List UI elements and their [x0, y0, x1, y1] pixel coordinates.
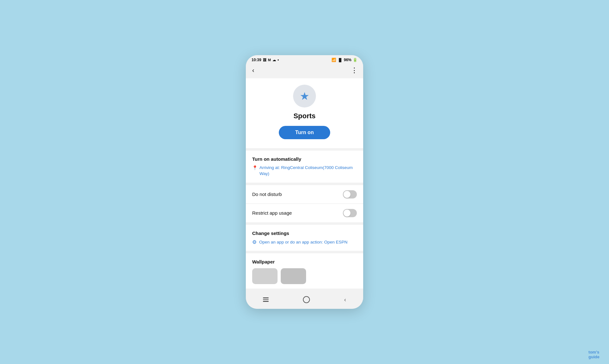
phone-frame: 10:39 🖼 M ☁ • 📶 ▐▌ 96% 🔋 ‹ ⋮ ★: [246, 55, 363, 309]
bottom-nav: ‹: [246, 292, 363, 309]
app-action-text: Open an app or do an app action: Open ES…: [259, 240, 347, 244]
star-icon: ★: [300, 90, 309, 102]
restrict-app-usage-toggle[interactable]: [343, 209, 357, 217]
turn-on-button[interactable]: Turn on: [279, 126, 330, 139]
change-settings-card: Change settings ⚙ Open an app or do an a…: [246, 225, 363, 251]
turn-on-automatically-card: Turn on automatically 📍 Arriving at: Rin…: [246, 151, 363, 183]
wallpaper-title: Wallpaper: [252, 259, 357, 264]
home-button[interactable]: [297, 295, 316, 304]
do-not-disturb-label: Do not disturb: [252, 192, 282, 197]
back-button[interactable]: ‹: [251, 65, 256, 75]
recent-apps-button[interactable]: [257, 296, 275, 303]
signal-icon: ▐▌: [337, 58, 343, 62]
status-right: 📶 ▐▌ 96% 🔋: [331, 58, 357, 62]
recent-apps-icon: [263, 297, 269, 302]
change-settings-title: Change settings: [252, 231, 357, 236]
wallpaper-card: Wallpaper: [246, 253, 363, 289]
wifi-icon: 📶: [331, 58, 336, 62]
wallpaper-thumb-2[interactable]: [281, 268, 306, 284]
location-icon: 📍: [252, 165, 258, 170]
back-nav-icon: ‹: [344, 296, 346, 303]
restrict-app-usage-row: Restrict app usage: [246, 204, 363, 222]
top-nav: ‹ ⋮: [246, 63, 363, 78]
toggle-section: Do not disturb Restrict app usage: [246, 185, 363, 222]
wallpaper-previews: [252, 268, 357, 284]
restrict-app-usage-label: Restrict app usage: [252, 210, 292, 216]
wallpaper-thumb-1[interactable]: [252, 268, 278, 284]
do-not-disturb-toggle[interactable]: [343, 190, 357, 198]
status-bar: 10:39 🖼 M ☁ • 📶 ▐▌ 96% 🔋: [246, 55, 363, 63]
battery-level: 96%: [344, 58, 351, 62]
turn-on-automatically-title: Turn on automatically: [252, 156, 357, 162]
email-icon: M: [268, 58, 271, 62]
scroll-content: ★ Sports Turn on Turn on automatically 📍…: [246, 78, 363, 292]
do-not-disturb-row: Do not disturb: [246, 185, 363, 204]
app-action-icon: ⚙: [252, 239, 257, 245]
hero-card: ★ Sports Turn on: [246, 78, 363, 148]
gallery-icon: 🖼: [263, 58, 266, 62]
app-action-row[interactable]: ⚙ Open an app or do an app action: Open …: [252, 239, 357, 245]
back-nav-button[interactable]: ‹: [338, 295, 352, 304]
dot-indicator: •: [278, 58, 279, 62]
battery-icon: 🔋: [353, 58, 357, 62]
mode-avatar: ★: [293, 85, 316, 107]
toms-guide-watermark: tom's guide: [588, 350, 599, 360]
time-display: 10:39: [252, 58, 261, 62]
cloud-icon: ☁: [272, 58, 276, 62]
location-row[interactable]: 📍 Arriving at: RingCentral Coliseum(7000…: [252, 165, 357, 177]
mode-title: Sports: [293, 112, 316, 120]
home-icon: [303, 296, 310, 303]
status-left: 10:39 🖼 M ☁ •: [252, 58, 279, 62]
location-text: Arriving at: RingCentral Coliseum(7000 C…: [259, 165, 357, 177]
more-options-button[interactable]: ⋮: [351, 66, 358, 75]
